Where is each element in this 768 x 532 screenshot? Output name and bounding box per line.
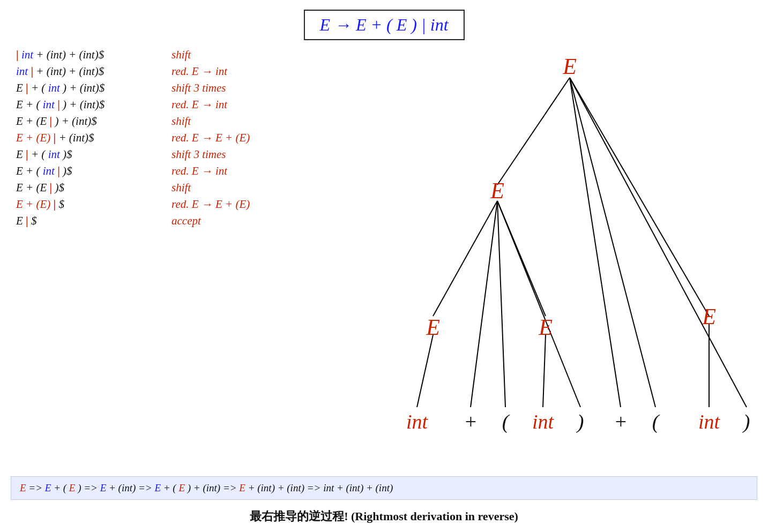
parse-row-11: E | $ accept bbox=[16, 214, 338, 228]
parse-row-3: E | + ( int ) + (int)$ shift 3 times bbox=[16, 81, 338, 95]
parse-row-5: E + (E | ) + (int)$ shift bbox=[16, 115, 338, 128]
svg-line-6 bbox=[471, 201, 497, 407]
svg-text:E: E bbox=[562, 54, 577, 79]
svg-text:(: ( bbox=[652, 410, 660, 433]
grammar-box: E → E + ( E ) | int bbox=[303, 10, 464, 40]
svg-text:(: ( bbox=[502, 410, 510, 433]
parse-row-1: | int + (int) + (int)$ shift bbox=[16, 48, 338, 62]
svg-text:E: E bbox=[702, 304, 716, 329]
svg-text:E: E bbox=[490, 178, 504, 203]
derivation-text: E => E + ( E ) => E + (int) => E + ( E )… bbox=[20, 482, 393, 493]
left-panel: | int + (int) + (int)$ shift int | + (in… bbox=[16, 48, 338, 231]
parse-tree: E E E E E int + ( int ) + ( int ) bbox=[377, 43, 763, 445]
svg-line-10 bbox=[417, 335, 433, 407]
svg-text:int: int bbox=[698, 410, 721, 433]
svg-line-3 bbox=[570, 78, 709, 316]
svg-text:int: int bbox=[532, 410, 555, 433]
parse-row-10: E + (E) | $ red. E → E + (E) bbox=[16, 198, 338, 211]
svg-text:): ) bbox=[742, 410, 750, 433]
svg-text:+: + bbox=[464, 410, 478, 433]
parse-row-9: E + (E | )$ shift bbox=[16, 181, 338, 194]
grammar-text: E → E + ( E ) | int bbox=[319, 15, 448, 34]
svg-line-4 bbox=[570, 78, 747, 407]
parse-row-6: E + (E) | + (int)$ red. E → E + (E) bbox=[16, 131, 338, 145]
parse-row-2: int | + (int) + (int)$ red. E → int bbox=[16, 65, 338, 78]
svg-line-5 bbox=[433, 201, 497, 316]
svg-line-7 bbox=[497, 201, 505, 407]
parse-row-8: E + ( int | )$ red. E → int bbox=[16, 164, 338, 178]
caption-text: 最右推导的逆过程! (Rightmost derivation in rever… bbox=[250, 509, 518, 523]
svg-line-9 bbox=[497, 201, 580, 407]
svg-text:E: E bbox=[426, 315, 440, 340]
caption: 最右推导的逆过程! (Rightmost derivation in rever… bbox=[0, 508, 768, 524]
parse-row-7: E | + ( int )$ shift 3 times bbox=[16, 148, 338, 161]
svg-text:E: E bbox=[538, 315, 553, 340]
parse-row-4: E + ( int | ) + (int)$ red. E → int bbox=[16, 98, 338, 111]
svg-line-0 bbox=[497, 78, 570, 185]
svg-text:int: int bbox=[406, 410, 429, 433]
svg-text:+: + bbox=[614, 410, 628, 433]
svg-line-11 bbox=[543, 335, 546, 407]
svg-text:): ) bbox=[576, 410, 584, 433]
derivation-box: E => E + ( E ) => E + (int) => E + ( E )… bbox=[11, 476, 757, 500]
